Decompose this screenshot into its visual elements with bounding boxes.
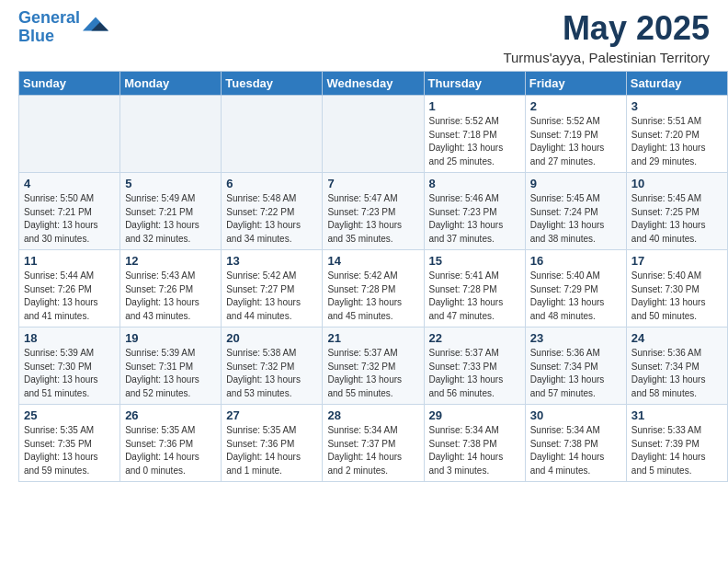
day-info: Sunrise: 5:46 AMSunset: 7:23 PMDaylight:… <box>429 192 520 246</box>
calendar-cell <box>222 96 323 173</box>
day-info: Sunrise: 5:50 AMSunset: 7:21 PMDaylight:… <box>24 192 115 246</box>
calendar-day-header: Thursday <box>424 72 525 96</box>
day-info: Sunrise: 5:35 AMSunset: 7:36 PMDaylight:… <box>125 424 216 477</box>
logo-line2: Blue <box>18 27 54 45</box>
day-info: Sunrise: 5:52 AMSunset: 7:19 PMDaylight:… <box>530 115 621 168</box>
day-number: 1 <box>429 99 520 113</box>
day-info: Sunrise: 5:42 AMSunset: 7:28 PMDaylight:… <box>327 270 418 323</box>
calendar-cell: 18Sunrise: 5:39 AMSunset: 7:30 PMDayligh… <box>19 327 120 405</box>
calendar-week-row: 1Sunrise: 5:52 AMSunset: 7:18 PMDaylight… <box>19 96 728 173</box>
calendar-cell: 5Sunrise: 5:49 AMSunset: 7:21 PMDaylight… <box>120 173 222 250</box>
day-number: 11 <box>24 254 115 268</box>
day-info: Sunrise: 5:48 AMSunset: 7:22 PMDaylight:… <box>226 192 317 246</box>
day-info: Sunrise: 5:40 AMSunset: 7:30 PMDaylight:… <box>631 270 722 323</box>
day-number: 21 <box>327 331 418 345</box>
day-info: Sunrise: 5:35 AMSunset: 7:36 PMDaylight:… <box>226 424 317 477</box>
title-block: May 2025 Turmus'ayya, Palestinian Territ… <box>503 9 710 65</box>
day-number: 28 <box>327 408 418 422</box>
calendar-week-row: 4Sunrise: 5:50 AMSunset: 7:21 PMDaylight… <box>19 173 728 250</box>
calendar-cell: 1Sunrise: 5:52 AMSunset: 7:18 PMDaylight… <box>424 96 525 173</box>
day-number: 12 <box>125 254 216 268</box>
day-number: 30 <box>530 408 621 422</box>
day-number: 14 <box>327 254 418 268</box>
day-info: Sunrise: 5:47 AMSunset: 7:23 PMDaylight:… <box>327 192 418 246</box>
calendar-cell: 31Sunrise: 5:33 AMSunset: 7:39 PMDayligh… <box>626 405 727 482</box>
day-number: 9 <box>530 177 621 190</box>
calendar-cell <box>120 96 222 173</box>
day-info: Sunrise: 5:34 AMSunset: 7:38 PMDaylight:… <box>429 424 520 477</box>
calendar-cell: 14Sunrise: 5:42 AMSunset: 7:28 PMDayligh… <box>323 250 424 327</box>
calendar-cell: 6Sunrise: 5:48 AMSunset: 7:22 PMDaylight… <box>222 173 323 250</box>
calendar-cell: 30Sunrise: 5:34 AMSunset: 7:38 PMDayligh… <box>525 405 626 482</box>
day-info: Sunrise: 5:34 AMSunset: 7:38 PMDaylight:… <box>530 424 621 477</box>
day-number: 26 <box>125 408 216 422</box>
calendar-day-header: Wednesday <box>323 72 424 96</box>
day-number: 31 <box>631 408 722 422</box>
day-number: 17 <box>631 254 722 268</box>
day-number: 8 <box>429 177 520 190</box>
calendar-cell: 20Sunrise: 5:38 AMSunset: 7:32 PMDayligh… <box>222 327 323 405</box>
day-info: Sunrise: 5:39 AMSunset: 7:31 PMDaylight:… <box>125 347 216 400</box>
day-number: 5 <box>125 177 216 190</box>
day-info: Sunrise: 5:33 AMSunset: 7:39 PMDaylight:… <box>631 424 722 477</box>
calendar-cell: 25Sunrise: 5:35 AMSunset: 7:35 PMDayligh… <box>19 405 120 482</box>
calendar-cell: 27Sunrise: 5:35 AMSunset: 7:36 PMDayligh… <box>222 405 323 482</box>
logo-text: General Blue <box>18 9 80 46</box>
day-info: Sunrise: 5:36 AMSunset: 7:34 PMDaylight:… <box>631 347 722 400</box>
calendar-cell: 16Sunrise: 5:40 AMSunset: 7:29 PMDayligh… <box>525 250 626 327</box>
day-number: 7 <box>327 177 418 190</box>
calendar-cell <box>19 96 120 173</box>
logo: General Blue <box>18 9 108 46</box>
calendar-cell: 19Sunrise: 5:39 AMSunset: 7:31 PMDayligh… <box>120 327 222 405</box>
calendar-cell: 2Sunrise: 5:52 AMSunset: 7:19 PMDaylight… <box>525 96 626 173</box>
day-number: 23 <box>530 331 621 345</box>
day-number: 25 <box>24 408 115 422</box>
month-title: May 2025 <box>503 9 710 48</box>
calendar-day-header: Monday <box>120 72 222 96</box>
day-info: Sunrise: 5:42 AMSunset: 7:27 PMDaylight:… <box>226 270 317 323</box>
day-info: Sunrise: 5:35 AMSunset: 7:35 PMDaylight:… <box>24 424 115 477</box>
calendar-day-header: Tuesday <box>222 72 323 96</box>
day-number: 27 <box>226 408 317 422</box>
day-number: 24 <box>631 331 722 345</box>
calendar-cell: 4Sunrise: 5:50 AMSunset: 7:21 PMDaylight… <box>19 173 120 250</box>
day-number: 4 <box>24 177 115 190</box>
calendar-cell: 8Sunrise: 5:46 AMSunset: 7:23 PMDaylight… <box>424 173 525 250</box>
day-info: Sunrise: 5:44 AMSunset: 7:26 PMDaylight:… <box>24 270 115 323</box>
calendar-cell: 28Sunrise: 5:34 AMSunset: 7:37 PMDayligh… <box>323 405 424 482</box>
location: Turmus'ayya, Palestinian Territory <box>503 50 710 65</box>
calendar-cell: 26Sunrise: 5:35 AMSunset: 7:36 PMDayligh… <box>120 405 222 482</box>
day-number: 10 <box>631 177 722 190</box>
day-info: Sunrise: 5:41 AMSunset: 7:28 PMDaylight:… <box>429 270 520 323</box>
calendar-cell: 21Sunrise: 5:37 AMSunset: 7:32 PMDayligh… <box>323 327 424 405</box>
day-info: Sunrise: 5:36 AMSunset: 7:34 PMDaylight:… <box>530 347 621 400</box>
day-number: 18 <box>24 331 115 345</box>
calendar-cell: 11Sunrise: 5:44 AMSunset: 7:26 PMDayligh… <box>19 250 120 327</box>
calendar-cell: 15Sunrise: 5:41 AMSunset: 7:28 PMDayligh… <box>424 250 525 327</box>
day-info: Sunrise: 5:45 AMSunset: 7:25 PMDaylight:… <box>631 192 722 246</box>
day-number: 19 <box>125 331 216 345</box>
day-number: 6 <box>226 177 317 190</box>
day-info: Sunrise: 5:40 AMSunset: 7:29 PMDaylight:… <box>530 270 621 323</box>
calendar-day-header: Saturday <box>626 72 727 96</box>
calendar-cell: 7Sunrise: 5:47 AMSunset: 7:23 PMDaylight… <box>323 173 424 250</box>
day-info: Sunrise: 5:37 AMSunset: 7:32 PMDaylight:… <box>327 347 418 400</box>
day-info: Sunrise: 5:52 AMSunset: 7:18 PMDaylight:… <box>429 115 520 168</box>
calendar-cell: 23Sunrise: 5:36 AMSunset: 7:34 PMDayligh… <box>525 327 626 405</box>
day-number: 13 <box>226 254 317 268</box>
calendar-day-header: Sunday <box>19 72 120 96</box>
calendar-cell: 29Sunrise: 5:34 AMSunset: 7:38 PMDayligh… <box>424 405 525 482</box>
calendar-cell: 3Sunrise: 5:51 AMSunset: 7:20 PMDaylight… <box>626 96 727 173</box>
day-number: 16 <box>530 254 621 268</box>
day-number: 29 <box>429 408 520 422</box>
calendar-cell: 9Sunrise: 5:45 AMSunset: 7:24 PMDaylight… <box>525 173 626 250</box>
calendar-cell: 24Sunrise: 5:36 AMSunset: 7:34 PMDayligh… <box>626 327 727 405</box>
logo-icon <box>83 15 108 33</box>
day-info: Sunrise: 5:38 AMSunset: 7:32 PMDaylight:… <box>226 347 317 400</box>
calendar-wrapper: SundayMondayTuesdayWednesdayThursdayFrid… <box>0 71 728 491</box>
calendar-table: SundayMondayTuesdayWednesdayThursdayFrid… <box>18 71 728 482</box>
calendar-cell: 12Sunrise: 5:43 AMSunset: 7:26 PMDayligh… <box>120 250 222 327</box>
calendar-header-row: SundayMondayTuesdayWednesdayThursdayFrid… <box>19 72 728 96</box>
page-header: General Blue May 2025 Turmus'ayya, Pales… <box>0 0 728 71</box>
calendar-cell <box>323 96 424 173</box>
